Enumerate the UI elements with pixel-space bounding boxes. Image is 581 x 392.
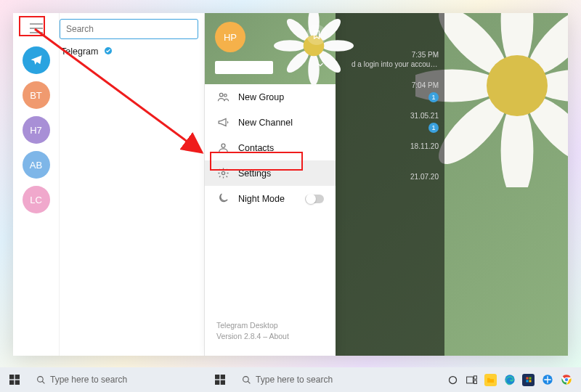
svg-rect-42 <box>529 377 531 380</box>
search-input[interactable] <box>66 24 192 34</box>
main-menu-panel: HP New Group New Channel Contacts Settin… <box>205 13 336 356</box>
folder-item[interactable]: BT <box>23 81 50 109</box>
svg-rect-24 <box>9 375 14 379</box>
svg-rect-38 <box>474 375 477 378</box>
svg-point-22 <box>487 55 548 116</box>
menu-footer: Telegram Desktop Version 2.8.4 – About <box>205 320 336 356</box>
file-explorer-icon[interactable] <box>484 374 497 386</box>
folder-rail: BT H7 AB LC <box>13 13 60 356</box>
taskbar-search-placeholder: Type here to search <box>256 375 333 385</box>
chat-time: 7:35 PM <box>412 51 439 59</box>
account-switcher-chevron-icon[interactable] <box>315 60 325 73</box>
svg-point-3 <box>274 40 306 51</box>
svg-rect-31 <box>221 375 225 379</box>
svg-point-28 <box>38 376 44 382</box>
svg-line-35 <box>248 381 250 383</box>
verified-icon <box>104 46 113 57</box>
svg-rect-37 <box>467 377 474 383</box>
folder-item[interactable]: H7 <box>23 116 50 144</box>
menu-item-label: New Channel <box>238 118 293 128</box>
svg-rect-26 <box>9 380 14 385</box>
microsoft-store-icon[interactable] <box>522 374 535 386</box>
search-field[interactable] <box>60 19 198 39</box>
system-tray <box>447 374 577 386</box>
svg-rect-44 <box>529 380 531 383</box>
menu-header: HP <box>205 13 336 84</box>
night-mode-toggle[interactable] <box>305 195 324 203</box>
telegram-window: BT H7 AB LC Telegram HP <box>13 13 568 356</box>
folder-item-telegram[interactable] <box>23 46 50 74</box>
svg-point-34 <box>243 376 249 382</box>
search-icon <box>36 375 46 385</box>
svg-point-12 <box>222 144 225 147</box>
svg-rect-25 <box>15 375 20 379</box>
chat-preview-row: 31.05.21 1 <box>344 112 439 133</box>
svg-rect-27 <box>15 380 20 385</box>
menu-item-new-group[interactable]: New Group <box>205 84 336 110</box>
svg-point-13 <box>222 171 224 174</box>
taskbar-search-placeholder: Type here to search <box>50 375 127 385</box>
people-icon <box>216 91 229 103</box>
chat-time: 18.11.20 <box>410 142 439 150</box>
svg-rect-41 <box>526 377 528 380</box>
chat-time: 7:04 PM <box>412 81 439 89</box>
menu-item-label: Night Mode <box>238 194 285 204</box>
moon-icon <box>216 192 229 205</box>
unread-badge: 1 <box>428 92 439 102</box>
svg-point-36 <box>450 376 457 383</box>
start-button[interactable] <box>4 369 25 390</box>
profile-avatar[interactable]: HP <box>215 22 245 52</box>
svg-rect-32 <box>215 380 219 385</box>
chat-name: Telegram <box>61 46 98 57</box>
annotation-box-settings <box>210 152 303 171</box>
megaphone-icon <box>216 116 229 128</box>
chat-time: 31.05.21 <box>410 112 439 120</box>
cortana-icon[interactable] <box>447 374 459 386</box>
svg-point-10 <box>219 93 223 97</box>
menu-item-new-channel[interactable]: New Channel <box>205 110 336 135</box>
chat-preview-row: 7:35 PM d a login into your account f… <box>344 51 439 68</box>
svg-rect-33 <box>221 380 225 385</box>
app-version: Version 2.8.4 – About <box>216 331 324 343</box>
annotation-box-hamburger <box>19 16 45 36</box>
search-icon <box>242 375 251 385</box>
chat-preview-row: 18.11.20 <box>344 142 439 150</box>
menu-item-label: New Group <box>238 92 284 102</box>
app-name: Telegram Desktop <box>216 320 324 332</box>
folder-item[interactable]: LC <box>23 186 50 213</box>
taskbar-search[interactable]: Type here to search <box>29 370 134 389</box>
app-icon[interactable] <box>541 374 553 386</box>
chat-background-area: 7:35 PM d a login into your account f… 7… <box>336 13 568 356</box>
windows-taskbar: Type here to search Type here to search <box>0 367 581 392</box>
chrome-icon[interactable] <box>560 374 572 386</box>
folder-item[interactable]: AB <box>23 151 50 179</box>
chat-list-column: Telegram <box>60 13 205 356</box>
chat-row-telegram[interactable]: Telegram <box>60 44 204 60</box>
svg-point-11 <box>224 94 227 97</box>
unread-badge: 1 <box>428 123 439 133</box>
svg-rect-43 <box>526 380 528 383</box>
task-view-icon[interactable] <box>466 374 478 386</box>
profile-name-redacted <box>215 61 273 74</box>
chat-preview-row: 7:04 PM 1 <box>344 81 439 102</box>
svg-rect-30 <box>215 375 219 379</box>
start-button[interactable] <box>210 369 230 390</box>
svg-rect-39 <box>474 380 477 383</box>
chat-time: 21.07.20 <box>410 173 439 181</box>
chat-snippet: d a login into your account f… <box>352 60 439 68</box>
menu-item-night-mode[interactable]: Night Mode <box>205 186 336 211</box>
edge-icon[interactable] <box>503 374 516 386</box>
header-flower-decoration <box>270 13 357 86</box>
svg-point-4 <box>322 40 354 51</box>
taskbar-search[interactable]: Type here to search <box>235 370 340 389</box>
svg-line-29 <box>42 381 44 383</box>
saved-messages-button[interactable] <box>306 25 327 45</box>
chat-preview-row: 21.07.20 <box>344 173 439 181</box>
